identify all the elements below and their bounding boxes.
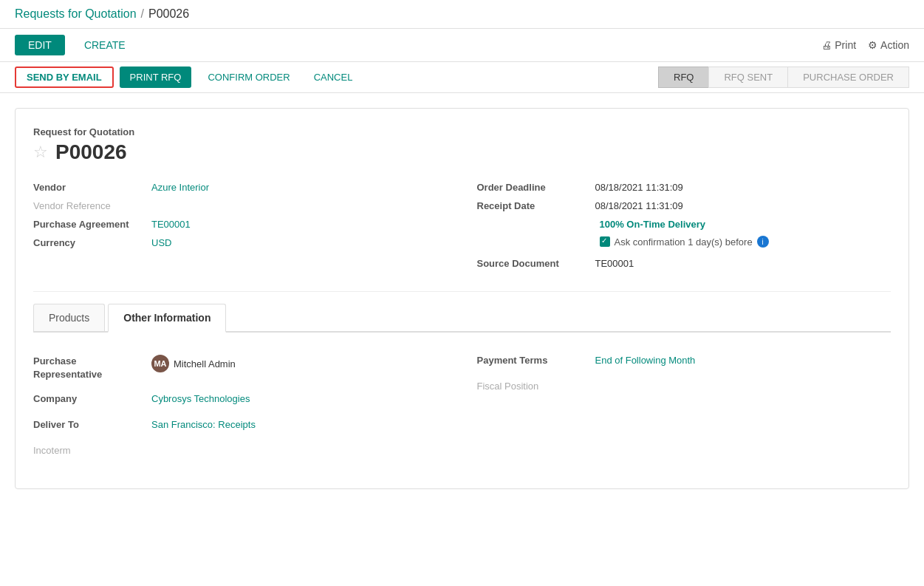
field-source-document: Source Document TE00001 bbox=[477, 258, 892, 269]
source-document-value: TE00001 bbox=[595, 258, 634, 269]
field-deliver-to: Deliver To San Francisco: Receipts bbox=[33, 419, 448, 430]
field-payment-terms: Payment Terms End of Following Month bbox=[477, 355, 892, 366]
record-id: P00026 bbox=[55, 140, 127, 164]
deliver-to-value[interactable]: San Francisco: Receipts bbox=[151, 419, 256, 430]
tabs: Products Other Information bbox=[33, 304, 891, 333]
field-purchase-rep: PurchaseRepresentative MA Mitchell Admin bbox=[33, 355, 448, 381]
breadcrumb-separator: / bbox=[141, 7, 144, 21]
currency-label: Currency bbox=[33, 237, 151, 248]
record-title: ☆ P00026 bbox=[33, 140, 891, 164]
other-info-right: Payment Terms End of Following Month Fis… bbox=[477, 355, 892, 463]
gear-icon: ⚙ bbox=[868, 39, 877, 51]
avatar: MA bbox=[151, 355, 169, 372]
form-card: Request for Quotation ☆ P00026 Vendor Az… bbox=[15, 108, 909, 489]
send-by-email-button[interactable]: SEND BY EMAIL bbox=[15, 67, 114, 88]
status-purchase-order[interactable]: PURCHASE ORDER bbox=[787, 67, 909, 88]
breadcrumb: Requests for Quotation / P00026 bbox=[15, 7, 189, 21]
on-time-delivery-value: 100% On-Time Delivery bbox=[600, 219, 706, 230]
on-time-delivery-row: 100% On-Time Delivery bbox=[477, 219, 892, 230]
form-fields: Vendor Azure Interior Vendor Reference P… bbox=[33, 182, 891, 276]
purchase-agreement-label: Purchase Agreement bbox=[33, 219, 151, 230]
ask-confirmation-row: Ask confirmation 1 day(s) before i bbox=[477, 236, 892, 248]
purchase-rep-name[interactable]: Mitchell Admin bbox=[174, 358, 236, 369]
receipt-date-label: Receipt Date bbox=[477, 200, 595, 211]
main-content: Request for Quotation ☆ P00026 Vendor Az… bbox=[0, 93, 924, 586]
avatar-initials: MA bbox=[154, 359, 166, 368]
field-incoterm: Incoterm bbox=[33, 445, 448, 456]
form-right-col: Order Deadline 08/18/2021 11:31:09 Recei… bbox=[477, 182, 892, 276]
divider bbox=[33, 291, 891, 292]
ask-confirmation-checkbox[interactable] bbox=[600, 236, 610, 247]
form-left-col: Vendor Azure Interior Vendor Reference P… bbox=[33, 182, 448, 276]
order-deadline-label: Order Deadline bbox=[477, 182, 595, 193]
tab-fields: PurchaseRepresentative MA Mitchell Admin… bbox=[33, 355, 891, 463]
create-button[interactable]: CREATE bbox=[71, 35, 139, 55]
field-vendor: Vendor Azure Interior bbox=[33, 182, 448, 193]
status-rfq[interactable]: RFQ bbox=[658, 67, 709, 88]
confirm-order-button[interactable]: CONFIRM ORDER bbox=[197, 67, 300, 88]
print-button[interactable]: 🖨 Print bbox=[821, 39, 856, 51]
breadcrumb-current: P00026 bbox=[148, 7, 189, 21]
deliver-to-label: Deliver To bbox=[33, 419, 151, 430]
printer-icon: 🖨 bbox=[821, 39, 832, 51]
order-deadline-value: 08/18/2021 11:31:09 bbox=[595, 182, 683, 193]
action-button[interactable]: ⚙ Action bbox=[868, 39, 909, 51]
field-purchase-agreement: Purchase Agreement TE00001 bbox=[33, 219, 448, 230]
payment-terms-label: Payment Terms bbox=[477, 355, 595, 366]
cancel-button[interactable]: CANCEL bbox=[304, 67, 363, 88]
field-fiscal-position: Fiscal Position bbox=[477, 381, 892, 392]
field-order-deadline: Order Deadline 08/18/2021 11:31:09 bbox=[477, 182, 892, 193]
field-vendor-ref: Vendor Reference bbox=[33, 200, 448, 211]
print-label: Print bbox=[835, 39, 856, 51]
action-label: Action bbox=[880, 39, 909, 51]
fiscal-position-label: Fiscal Position bbox=[477, 381, 595, 392]
edit-button[interactable]: EDIT bbox=[15, 35, 65, 55]
source-document-label: Source Document bbox=[477, 258, 595, 269]
breadcrumb-parent[interactable]: Requests for Quotation bbox=[15, 7, 137, 21]
payment-terms-value[interactable]: End of Following Month bbox=[595, 355, 696, 366]
purchase-agreement-value[interactable]: TE00001 bbox=[151, 219, 191, 230]
tab-content-other-info: PurchaseRepresentative MA Mitchell Admin… bbox=[33, 347, 891, 471]
currency-value[interactable]: USD bbox=[151, 237, 171, 248]
receipt-date-value: 08/18/2021 11:31:09 bbox=[595, 200, 683, 211]
print-rfq-button[interactable]: PRINT RFQ bbox=[120, 67, 192, 88]
ask-confirmation-label: Ask confirmation 1 day(s) before bbox=[615, 236, 753, 248]
tab-products[interactable]: Products bbox=[33, 304, 105, 331]
vendor-value[interactable]: Azure Interior bbox=[151, 182, 209, 193]
company-label: Company bbox=[33, 393, 151, 404]
purchase-rep-label: PurchaseRepresentative bbox=[33, 355, 102, 380]
tab-other-information[interactable]: Other Information bbox=[108, 304, 226, 333]
action-bar-right: 🖨 Print ⚙ Action bbox=[821, 39, 909, 51]
action-bar: EDIT CREATE 🖨 Print ⚙ Action bbox=[0, 29, 924, 62]
field-currency: Currency USD bbox=[33, 237, 448, 248]
status-pipeline: RFQ RFQ SENT PURCHASE ORDER bbox=[658, 67, 909, 88]
vendor-label: Vendor bbox=[33, 182, 151, 193]
purchase-rep-value: MA Mitchell Admin bbox=[151, 355, 236, 372]
company-value[interactable]: Cybrosys Technologies bbox=[151, 393, 250, 404]
form-title: Request for Quotation bbox=[33, 126, 891, 137]
info-icon[interactable]: i bbox=[757, 236, 769, 248]
field-company: Company Cybrosys Technologies bbox=[33, 393, 448, 404]
field-receipt-date: Receipt Date 08/18/2021 11:31:09 bbox=[477, 200, 892, 211]
favorite-star-icon[interactable]: ☆ bbox=[33, 143, 48, 162]
secondary-bar: SEND BY EMAIL PRINT RFQ CONFIRM ORDER CA… bbox=[0, 62, 924, 93]
vendor-ref-label: Vendor Reference bbox=[33, 200, 151, 211]
other-info-left: PurchaseRepresentative MA Mitchell Admin… bbox=[33, 355, 448, 463]
status-rfq-sent[interactable]: RFQ SENT bbox=[708, 67, 788, 88]
incoterm-label: Incoterm bbox=[33, 445, 151, 456]
